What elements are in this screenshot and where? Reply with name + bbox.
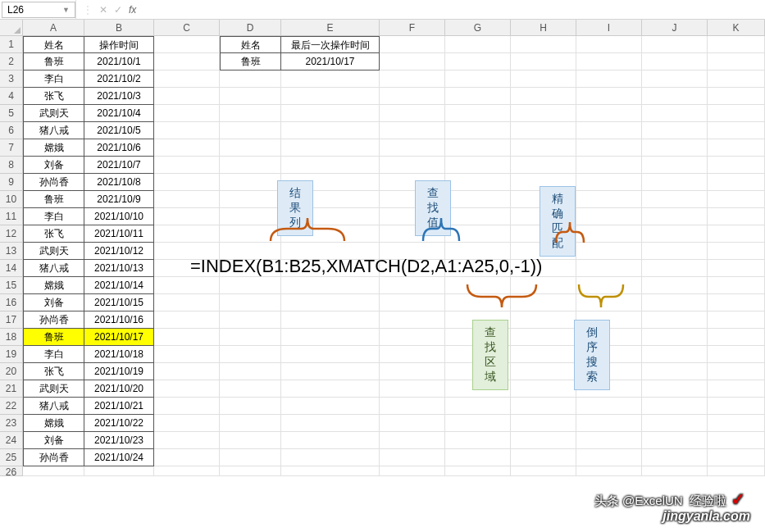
cell[interactable]	[511, 260, 576, 277]
cell[interactable]	[154, 88, 220, 105]
cell[interactable]: 姓名	[220, 36, 281, 53]
cell[interactable]	[220, 329, 281, 346]
cell[interactable]	[445, 380, 511, 398]
cell[interactable]	[642, 36, 708, 53]
cell[interactable]: 2021/10/24	[84, 449, 154, 466]
cell[interactable]: 李白	[23, 346, 84, 363]
confirm-icon[interactable]: ✓	[114, 4, 122, 16]
cell[interactable]	[576, 449, 642, 466]
cell[interactable]	[576, 380, 642, 398]
cell[interactable]	[445, 191, 511, 208]
cell[interactable]	[281, 363, 380, 380]
cell[interactable]	[642, 449, 708, 466]
formula-input[interactable]	[143, 0, 765, 19]
cell[interactable]	[445, 398, 511, 415]
cell[interactable]	[445, 294, 511, 311]
cell[interactable]	[445, 122, 511, 139]
cell[interactable]: 李白	[23, 70, 84, 88]
cell[interactable]: 嫦娥	[23, 415, 84, 432]
cell[interactable]	[511, 208, 576, 225]
cell[interactable]	[642, 466, 708, 476]
cell[interactable]	[281, 294, 380, 311]
cell[interactable]	[220, 243, 281, 260]
cell[interactable]	[445, 363, 511, 380]
cell[interactable]	[511, 191, 576, 208]
cell[interactable]	[220, 277, 281, 294]
cell[interactable]	[154, 122, 220, 139]
cell[interactable]	[445, 88, 511, 105]
cell[interactable]	[154, 398, 220, 415]
cell[interactable]	[511, 225, 576, 243]
cell[interactable]	[84, 466, 154, 476]
cell[interactable]: 2021/10/10	[84, 208, 154, 225]
cell[interactable]	[576, 174, 642, 191]
col-header-D[interactable]: D	[220, 20, 281, 36]
cell[interactable]	[445, 36, 511, 53]
cell[interactable]	[576, 122, 642, 139]
row-header[interactable]: 16	[0, 294, 23, 311]
cell[interactable]	[154, 260, 220, 277]
cell[interactable]	[576, 260, 642, 277]
cell[interactable]	[154, 105, 220, 122]
cell[interactable]	[380, 122, 445, 139]
row-header[interactable]: 26	[0, 466, 23, 476]
cell[interactable]	[281, 174, 380, 191]
cell[interactable]	[576, 466, 642, 476]
cell[interactable]: 2021/10/14	[84, 277, 154, 294]
cell[interactable]	[220, 157, 281, 174]
cell[interactable]	[708, 294, 765, 311]
fx-icon[interactable]: fx	[129, 4, 136, 16]
cell[interactable]	[380, 380, 445, 398]
cell[interactable]	[576, 36, 642, 53]
cell[interactable]: 猪八戒	[23, 398, 84, 415]
cell[interactable]	[511, 380, 576, 398]
cell[interactable]	[708, 346, 765, 363]
cell[interactable]	[154, 157, 220, 174]
cell[interactable]	[380, 432, 445, 449]
row-header[interactable]: 1	[0, 36, 23, 53]
cell[interactable]	[708, 88, 765, 105]
cell[interactable]	[708, 243, 765, 260]
cell[interactable]	[380, 243, 445, 260]
row-header[interactable]: 17	[0, 311, 23, 329]
cell[interactable]	[642, 380, 708, 398]
cell[interactable]: 2021/10/7	[84, 157, 154, 174]
cell[interactable]: 2021/10/19	[84, 363, 154, 380]
cell[interactable]	[708, 225, 765, 243]
cell[interactable]: 张飞	[23, 88, 84, 105]
cell[interactable]	[642, 208, 708, 225]
cell[interactable]	[445, 208, 511, 225]
cell[interactable]	[154, 70, 220, 88]
cell[interactable]	[511, 329, 576, 346]
cell[interactable]	[445, 139, 511, 157]
cell[interactable]	[154, 311, 220, 329]
cell[interactable]	[445, 432, 511, 449]
cell[interactable]: 刘备	[23, 432, 84, 449]
cell[interactable]	[445, 53, 511, 70]
cell[interactable]	[511, 363, 576, 380]
cell[interactable]	[708, 191, 765, 208]
row-header[interactable]: 7	[0, 139, 23, 157]
cell[interactable]: 孙尚香	[23, 174, 84, 191]
cell[interactable]	[511, 466, 576, 476]
cell[interactable]	[220, 432, 281, 449]
cell[interactable]	[511, 139, 576, 157]
cell[interactable]	[220, 466, 281, 476]
select-all-corner[interactable]	[0, 20, 23, 36]
cell[interactable]	[281, 70, 380, 88]
cell[interactable]	[445, 70, 511, 88]
cell[interactable]	[380, 398, 445, 415]
row-header[interactable]: 2	[0, 53, 23, 70]
cell[interactable]: 鲁班	[220, 53, 281, 70]
cell[interactable]: 嫦娥	[23, 277, 84, 294]
cell[interactable]: 武则天	[23, 105, 84, 122]
cell[interactable]	[576, 53, 642, 70]
cell[interactable]	[511, 294, 576, 311]
cell[interactable]	[511, 243, 576, 260]
cell[interactable]	[576, 157, 642, 174]
cell[interactable]	[708, 311, 765, 329]
cell[interactable]	[380, 88, 445, 105]
cell[interactable]	[642, 398, 708, 415]
cell[interactable]	[511, 277, 576, 294]
cell[interactable]	[281, 122, 380, 139]
